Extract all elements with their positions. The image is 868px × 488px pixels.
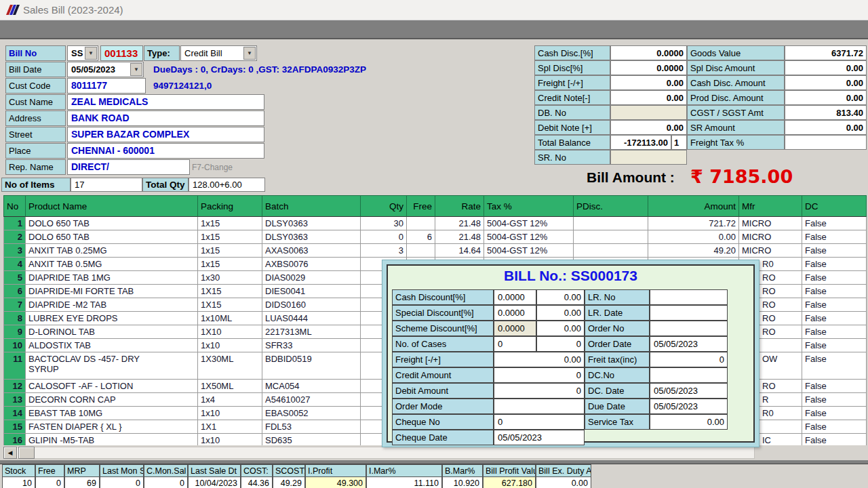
row-15-cell-packing[interactable]: 1X1	[198, 420, 262, 434]
row-14-cell-batch[interactable]: EBAS0052	[262, 407, 361, 420]
row-9-cell-dc[interactable]: False	[802, 325, 867, 339]
dialog-value[interactable]: 0.0000	[494, 305, 536, 321]
dialog-value[interactable]: 0	[536, 336, 585, 352]
row-2-cell-tax[interactable]: 5004-GST 12%	[484, 230, 574, 244]
row-3-cell-packing[interactable]: 1x15	[198, 244, 262, 258]
row-9-cell-no[interactable]: 9	[3, 325, 26, 339]
row-16-cell-batch[interactable]: SD635	[262, 434, 361, 445]
row-3-cell-rate[interactable]: 14.64	[435, 244, 484, 258]
row-5-cell-no[interactable]: 5	[3, 271, 26, 285]
row-10-cell-dc[interactable]: False	[802, 339, 867, 352]
row-16-cell-packing[interactable]: 1x10	[198, 434, 262, 445]
row-3-cell-amount[interactable]: 49.20	[648, 244, 739, 258]
row-1-cell-qty[interactable]: 30	[361, 217, 407, 230]
row-3-cell-free[interactable]	[407, 244, 435, 258]
row-12-cell-no[interactable]: 12	[3, 380, 26, 393]
row-7-cell-packing[interactable]: 1X15	[198, 298, 262, 312]
row-16-cell-product[interactable]: GLIPIN -M5-TAB	[26, 434, 198, 445]
row-9-cell-packing[interactable]: 1X10	[198, 325, 262, 339]
row-1-cell-batch[interactable]: DLSY0363	[262, 217, 361, 230]
row-2-cell-packing[interactable]: 1x15	[198, 230, 262, 244]
row-11-cell-batch[interactable]: BDBID0519	[262, 352, 361, 380]
row-10-cell-product[interactable]: ALDOSTIX TAB	[26, 339, 198, 352]
row-14-cell-packing[interactable]: 1x10	[198, 407, 262, 420]
row-12-cell-packing[interactable]: 1X50ML	[198, 380, 262, 393]
row-15-cell-batch[interactable]: FDL53	[262, 420, 361, 434]
rep-name-field[interactable]: DIRECT/	[67, 159, 190, 175]
row-1-cell-mfr[interactable]: MICRO	[739, 217, 802, 230]
row-8-cell-product[interactable]: LUBREX EYE DROPS	[26, 312, 198, 325]
row-16-cell-dc[interactable]: False	[802, 434, 867, 445]
row-14-cell-no[interactable]: 14	[3, 407, 26, 420]
dialog-value[interactable]: 0	[494, 383, 585, 399]
row-8-cell-batch[interactable]: LUAS0444	[262, 312, 361, 325]
row-10-cell-packing[interactable]: 1x10	[198, 339, 262, 352]
cust-name-field[interactable]: ZEAL MEDICALS	[67, 94, 264, 110]
row-7-cell-batch[interactable]: DIDS0160	[262, 298, 361, 312]
address-field[interactable]: BANK ROAD	[67, 110, 264, 126]
row-12-cell-dc[interactable]: False	[802, 380, 867, 393]
row-8-cell-packing[interactable]: 1x10ML	[198, 312, 262, 325]
row-4-cell-product[interactable]: ANXIT TAB 0.5MG	[26, 258, 198, 271]
row-1-cell-no[interactable]: 1	[3, 217, 26, 230]
row-11-cell-product[interactable]: BACTOCLAV DS -457- DRY SYRUP	[26, 352, 198, 380]
dialog-value[interactable]	[650, 321, 728, 336]
row-1-cell-free[interactable]	[407, 217, 435, 230]
row-4-cell-batch[interactable]: AXBS0076	[262, 258, 361, 271]
row-5-cell-batch[interactable]: DIAS0029	[262, 271, 361, 285]
chevron-down-icon[interactable]: ▼	[85, 47, 97, 60]
row-6-cell-product[interactable]: DIAPRIDE-MI FORTE TAB	[26, 285, 198, 298]
row-7-cell-product[interactable]: DIAPRIDE -M2 TAB	[26, 298, 198, 312]
row-2-cell-mfr[interactable]: MICRO	[739, 230, 802, 244]
summary-left-value[interactable]: 0.00	[610, 75, 687, 90]
row-5-cell-product[interactable]: DIAPRIDE TAB 1MG	[26, 271, 198, 285]
dialog-value[interactable]: 05/05/2023	[650, 399, 728, 414]
dialog-value[interactable]: 0.00	[536, 305, 585, 321]
row-13-cell-product[interactable]: DECORN CORN CAP	[26, 393, 198, 407]
summary-left-value[interactable]: 0.0000	[610, 45, 687, 60]
hscrollbar-track[interactable]	[3, 447, 755, 459]
row-15-cell-dc[interactable]: False	[802, 420, 867, 434]
row-1-cell-product[interactable]: DOLO 650 TAB	[26, 217, 198, 230]
dialog-value[interactable]: 0	[494, 367, 585, 383]
row-3-cell-no[interactable]: 3	[3, 244, 26, 258]
row-11-cell-no[interactable]: 11	[3, 352, 26, 380]
row-3-cell-pdisc[interactable]	[574, 244, 648, 258]
row-2-cell-amount[interactable]: 0.00	[648, 230, 739, 244]
row-2-cell-product[interactable]: DOLO 650 TAB	[26, 230, 198, 244]
row-14-cell-product[interactable]: EBAST TAB 10MG	[26, 407, 198, 420]
row-1-cell-pdisc[interactable]	[574, 217, 648, 230]
row-9-cell-batch[interactable]: 2217313ML	[262, 325, 361, 339]
row-12-cell-batch[interactable]: MCA054	[262, 380, 361, 393]
street-field[interactable]: SUPER BAZAR COMPLEX	[67, 127, 264, 142]
row-3-cell-dc[interactable]: False	[802, 244, 867, 258]
row-2-cell-dc[interactable]: False	[802, 230, 867, 244]
hscrollbar-thumb[interactable]	[18, 447, 35, 459]
row-13-cell-packing[interactable]: 1x4	[198, 393, 262, 407]
place-field[interactable]: CHENNAI - 600001	[67, 143, 264, 159]
dialog-value[interactable]: 05/05/2023	[650, 383, 728, 399]
bill-no-field[interactable]: 001133	[100, 45, 143, 61]
cust-code-field[interactable]: 8011177	[67, 78, 146, 94]
row-1-cell-rate[interactable]: 21.48	[435, 217, 484, 230]
row-4-cell-dc[interactable]: False	[802, 258, 867, 271]
summary-left-value[interactable]: -172113.00	[610, 135, 671, 150]
summary-left-value[interactable]: 0.00	[610, 90, 687, 105]
row-10-cell-no[interactable]: 10	[3, 339, 26, 352]
row-5-cell-packing[interactable]: 1x30	[198, 271, 262, 285]
row-3-cell-qty[interactable]: 3	[361, 244, 407, 258]
row-16-cell-no[interactable]: 16	[3, 434, 26, 445]
row-10-cell-batch[interactable]: SFR33	[262, 339, 361, 352]
row-13-cell-batch[interactable]: A54610027	[262, 393, 361, 407]
dialog-value[interactable]	[650, 367, 728, 383]
dialog-value[interactable]: 05/05/2023	[494, 430, 585, 445]
row-11-cell-dc[interactable]: False	[802, 352, 867, 380]
row-4-cell-no[interactable]: 4	[3, 258, 26, 271]
dialog-value[interactable]	[650, 305, 728, 321]
row-1-cell-amount[interactable]: 721.72	[648, 217, 739, 230]
row-6-cell-dc[interactable]: False	[802, 285, 867, 298]
row-3-cell-batch[interactable]: AXAS0063	[262, 244, 361, 258]
bill-type-select[interactable]: Credit Bill ▼	[180, 45, 257, 61]
row-13-cell-dc[interactable]: False	[802, 393, 867, 407]
bill-series-select[interactable]: SS ▼	[67, 45, 98, 61]
